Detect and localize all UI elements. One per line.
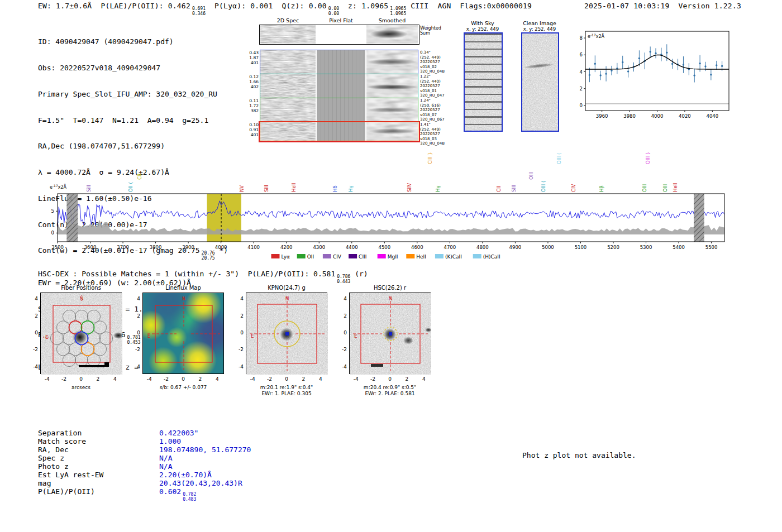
compass-east-label: E (147, 334, 150, 339)
emission-line-label: OIII (642, 184, 647, 192)
y-tick-label: 0 (128, 330, 140, 336)
match-table-row: Est LyA rest-EW2.20(±0.70)Å (38, 471, 251, 479)
match-table-row: Photo zN/A (38, 462, 251, 471)
match-table: Separation0.422003"Match score1.000RA, D… (38, 429, 251, 502)
legend-swatch (378, 254, 386, 258)
compass-north-label: N (80, 296, 84, 301)
emission-line-label: Hγ (435, 186, 441, 192)
data-point (671, 63, 673, 65)
x-tick-label: 3600 (84, 245, 97, 250)
spec2d-selected-row-box (259, 121, 420, 142)
x-tick-label: 4 (108, 376, 122, 382)
data-point (627, 70, 629, 72)
x-tick-label: 2 (297, 376, 310, 382)
match-row-label: Est LyA rest-EW (38, 471, 159, 479)
x-tick-label: 3960 (596, 113, 608, 119)
hscdex-stack: 0.7860.443 (337, 275, 350, 284)
match-row-value: N/A (159, 462, 172, 471)
legend-label: Lyα (282, 254, 290, 260)
x-tick-label: -2 (366, 376, 380, 382)
legend-label: CIV (333, 254, 342, 260)
emission-line-label: SiII (86, 185, 92, 192)
header-plae-stack: 0.6910.346 (192, 7, 206, 16)
match-row-label: mag (38, 479, 159, 487)
emission-line-label: Hβ (599, 185, 604, 192)
y-tick-label: -2 (335, 347, 347, 352)
spec2d-row-weight-labels: 0.121.66402 (244, 74, 259, 89)
match-row-value: 198.074890, 51.677270 (159, 445, 251, 454)
match-row-value: 0.422003" (159, 429, 198, 437)
y-tick-label: -4 (128, 364, 140, 370)
spec2d-weighted-pixelflat (317, 25, 365, 44)
spec2d-row-info-labels: 0.34"(252, 449)20220527v018_02320_RU_04B (420, 50, 449, 74)
x-tick-label: 4000 (215, 245, 227, 250)
cutout-caption: m:20.4 re:0.9" s:0.5" (344, 385, 436, 391)
emission-line-label: OIII (528, 172, 534, 180)
x-tick-label: -4 (246, 376, 259, 382)
y-tick-label: 0 (580, 103, 583, 108)
emission-line-label: CIII } (427, 152, 433, 164)
spec2d-row1-smoothed (366, 50, 418, 74)
data-point (683, 64, 684, 65)
info-id: ID: 4090429047 (4090429047.pdf) (38, 37, 228, 46)
match-row-label: Separation (38, 429, 159, 437)
cutout-hsc-plot: N E (349, 293, 431, 374)
x-tick-label: 4 (314, 376, 327, 382)
hsc-dex-summary: HSC-DEX : Possible Matches = 1 (within +… (38, 270, 368, 284)
emission-line-label: OIII } (645, 152, 651, 164)
header-flags: Flags:0x00000019 (460, 2, 532, 10)
cutout-fiber-svg: N E (41, 293, 122, 375)
legend-swatch (473, 254, 481, 258)
x-tick-label: 2 (193, 376, 207, 382)
match-row-value: 2.20(±0.70)Å (159, 471, 212, 479)
legend-label: CIII (359, 254, 366, 260)
cutout-caption: EWr: 1. PLAE: 0.305 (240, 391, 333, 397)
x-tick-label: 3900 (182, 245, 194, 250)
spec2d-row-info-labels: 1.41"(252, 449)20220527v018_03320_RU_04B (420, 122, 449, 146)
fiber-captions: arcsecs (35, 385, 127, 391)
full-spectrum-plot: 3500360037003800390040004100420043004400… (47, 144, 735, 264)
kpno-center-marker (285, 332, 289, 336)
y-tick-label: 2 (128, 313, 140, 319)
data-point (694, 74, 695, 76)
data-point (716, 64, 717, 66)
spec2d-weighted-label: WeightedSum (420, 26, 449, 36)
compass-north-label: N (182, 296, 185, 301)
match-row-value: N/A (159, 454, 172, 462)
match-table-row: Separation0.422003" (38, 429, 251, 437)
cutout-caption: EWr: 2. PLAE: 0.581 (344, 391, 436, 397)
x-tick-label: 2 (400, 376, 413, 382)
emission-line-label: Hγ (348, 186, 354, 192)
match-table-row: mag20.43(20.43,20.43)R (38, 479, 251, 487)
lineflux-overlay: N E (143, 293, 225, 375)
hsc-captions: m:20.4 re:0.9" s:0.5"EWr: 2. PLAE: 0.581 (344, 385, 436, 397)
x-tick-label: -4 (349, 376, 363, 382)
x-tick-label: 4900 (509, 245, 522, 250)
y-tick-label: -2 (26, 347, 38, 352)
y-tick-label: 2 (580, 86, 583, 92)
cutout-fiber-plot: N E (40, 293, 122, 374)
legend-label: HeII (416, 254, 426, 260)
emission-line-label: SiII (264, 185, 269, 192)
match-table-row: Spec zN/A (38, 454, 251, 462)
match-row-value-stack: 0.7820.483 (183, 492, 196, 502)
emission-line-label: Hδ (332, 185, 338, 192)
data-point (605, 73, 607, 74)
y-tick-label: 0 (51, 230, 54, 236)
x-tick-label: 0 (280, 376, 293, 382)
header-qz-stack: 0.000.00 (328, 7, 339, 16)
data-point (699, 63, 700, 64)
match-row-label: Photo z (38, 462, 159, 471)
y-tick-label: -2 (231, 347, 244, 352)
data-point (710, 74, 712, 75)
x-tick-label: 5000 (542, 245, 554, 250)
emission-line-label: CIV (571, 184, 576, 192)
x-tick-label: 4200 (280, 245, 293, 250)
x-tick-label: 0 (74, 376, 88, 382)
scale-bar (79, 365, 104, 367)
spec2d-row-weight-labels: 0.431.87401 (244, 50, 259, 65)
data-point (589, 74, 590, 76)
data-point (622, 61, 623, 63)
cutout-fiber-positions: Fiber Positions N (26, 284, 137, 404)
y-tick-label: 4 (26, 296, 38, 301)
